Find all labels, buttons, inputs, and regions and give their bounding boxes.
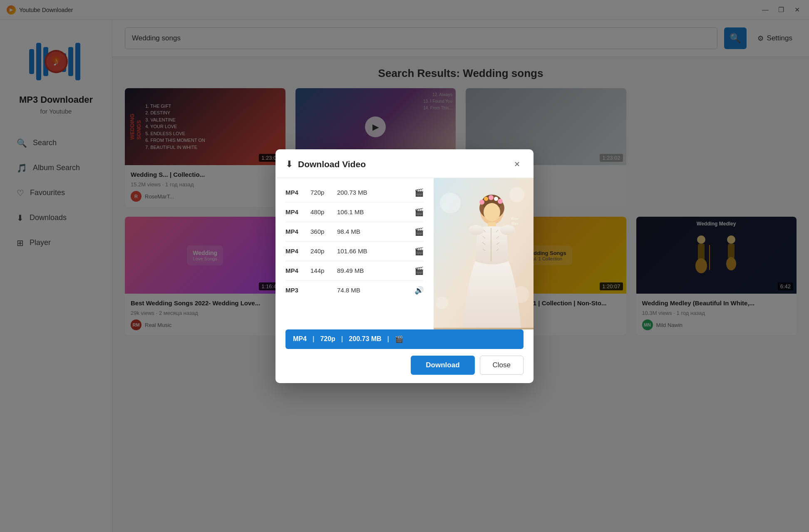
video-format-icon-3: 🎬 — [414, 247, 424, 256]
download-header-icon: ⬇ — [285, 159, 293, 170]
format-type-2: MP4 — [285, 228, 305, 235]
svg-point-22 — [436, 297, 448, 309]
modal-overlay[interactable]: ⬇ Download Video ✕ MP4 720p 200.73 MB 🎬 … — [0, 0, 809, 532]
download-modal: ⬇ Download Video ✕ MP4 720p 200.73 MB 🎬 … — [275, 149, 534, 383]
format-type-0: MP4 — [285, 189, 305, 196]
format-row-2[interactable]: MP4 360p 98.4 MB 🎬 — [285, 222, 424, 242]
separator-3: | — [387, 335, 389, 343]
svg-point-30 — [498, 199, 503, 204]
format-type-4: MP4 — [285, 267, 305, 274]
svg-point-26 — [479, 200, 484, 205]
format-type-1: MP4 — [285, 208, 305, 215]
modal-title: Download Video — [298, 159, 505, 169]
svg-point-27 — [484, 197, 488, 201]
selected-type: MP4 — [293, 335, 307, 343]
svg-point-28 — [489, 195, 494, 200]
format-size-1: 106.1 MB — [337, 208, 409, 215]
format-row-0[interactable]: MP4 720p 200.73 MB 🎬 — [285, 183, 424, 203]
svg-text:Rose: Rose — [511, 216, 519, 220]
format-type-3: MP4 — [285, 247, 305, 255]
svg-point-42 — [469, 225, 484, 235]
download-button[interactable]: Download — [411, 356, 474, 375]
selected-resolution: 720p — [320, 335, 335, 343]
svg-point-19 — [440, 193, 461, 213]
modal-thumbnail: Rose Man — [434, 178, 534, 329]
format-row-4[interactable]: MP4 144p 89.49 MB 🎬 — [285, 261, 424, 281]
modal-header: ⬇ Download Video ✕ — [275, 149, 534, 178]
format-size-2: 98.4 MB — [337, 228, 409, 235]
format-size-4: 89.49 MB — [337, 267, 409, 274]
format-type-5: MP3 — [285, 287, 305, 294]
svg-text:Man: Man — [511, 221, 519, 225]
format-size-5: 74.8 MB — [337, 287, 409, 294]
svg-point-29 — [494, 197, 498, 201]
format-row-1[interactable]: MP4 480p 106.1 MB 🎬 — [285, 203, 424, 222]
video-format-icon-1: 🎬 — [414, 208, 424, 217]
format-row-3[interactable]: MP4 240p 101.66 MB 🎬 — [285, 242, 424, 261]
svg-point-43 — [500, 225, 515, 235]
svg-point-20 — [509, 187, 524, 202]
selected-format-bar: MP4 | 720p | 200.73 MB | 🎬 — [285, 329, 524, 349]
video-format-icon-4: 🎬 — [414, 266, 424, 275]
selected-size: 200.73 MB — [349, 335, 381, 343]
format-res-0: 720p — [310, 189, 332, 196]
format-options: MP4 720p 200.73 MB 🎬 MP4 480p 106.1 MB 🎬… — [275, 178, 434, 329]
format-row-5[interactable]: MP3 74.8 MB 🔊 — [285, 281, 424, 300]
modal-actions: Download Close — [285, 356, 524, 375]
format-res-1: 480p — [310, 208, 332, 215]
modal-close-button[interactable]: ✕ — [510, 158, 524, 171]
modal-body: MP4 720p 200.73 MB 🎬 MP4 480p 106.1 MB 🎬… — [275, 178, 534, 329]
format-size-0: 200.73 MB — [337, 189, 409, 196]
svg-point-31 — [484, 203, 500, 221]
format-res-3: 240p — [310, 247, 332, 255]
close-modal-button[interactable]: Close — [480, 356, 524, 375]
format-res-2: 360p — [310, 228, 332, 235]
video-format-icon-2: 🎬 — [414, 227, 424, 236]
separator-1: | — [313, 335, 314, 343]
bride-image: Rose Man — [434, 178, 534, 328]
format-res-4: 144p — [310, 267, 332, 274]
format-size-3: 101.66 MB — [337, 247, 409, 255]
separator-2: | — [341, 335, 343, 343]
selected-icon: 🎬 — [395, 335, 403, 343]
video-format-icon-0: 🎬 — [414, 188, 424, 197]
audio-format-icon-5: 🔊 — [414, 286, 424, 295]
